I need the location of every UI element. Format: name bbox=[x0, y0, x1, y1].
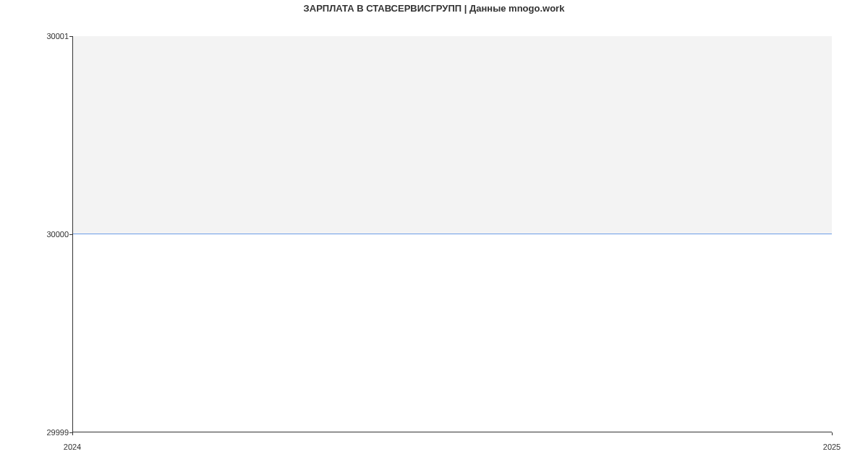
x-tick-mark bbox=[72, 432, 73, 435]
x-tick-2025: 2025 bbox=[823, 443, 841, 451]
y-tick-29999: 29999 bbox=[46, 428, 69, 437]
y-tick-30000: 30000 bbox=[46, 230, 69, 239]
y-tick-30001: 30001 bbox=[46, 32, 69, 40]
chart-container: ЗАРПЛАТА В СТАВСЕРВИСГРУПП | Данные mnog… bbox=[0, 0, 868, 470]
chart-axes bbox=[72, 36, 832, 432]
chart-title: ЗАРПЛАТА В СТАВСЕРВИСГРУПП | Данные mnog… bbox=[0, 3, 868, 14]
x-tick-mark bbox=[832, 432, 833, 435]
x-tick-2024: 2024 bbox=[64, 443, 81, 451]
